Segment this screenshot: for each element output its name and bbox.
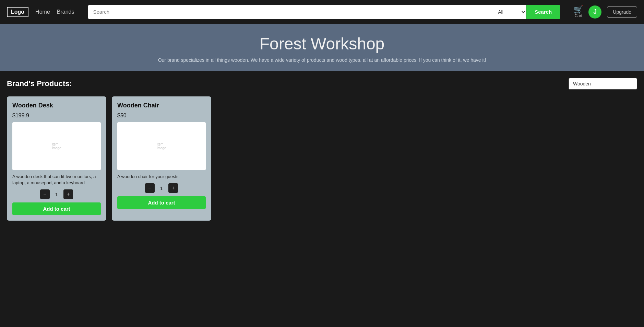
product-filter-input[interactable] <box>569 78 637 90</box>
brand-description: Our brand specializes in all things wood… <box>7 57 637 63</box>
product-price: $50 <box>117 113 206 119</box>
quantity-value: 1 <box>53 191 60 197</box>
product-name: Wooden Chair <box>117 102 206 109</box>
product-price: $199.9 <box>12 113 101 119</box>
product-image-label: ItemImage <box>157 142 166 150</box>
search-button[interactable]: Search <box>526 5 560 19</box>
quantity-increase-button[interactable]: + <box>63 189 73 199</box>
search-input[interactable] <box>88 5 493 19</box>
avatar[interactable]: J <box>588 5 601 19</box>
cart-icon: 🛒 <box>574 6 583 13</box>
search-category-select[interactable]: All Products Brands <box>493 5 526 19</box>
upgrade-button[interactable]: Upgrade <box>607 7 637 17</box>
product-name: Wooden Desk <box>12 102 101 109</box>
quantity-row: − 1 + <box>117 183 206 193</box>
nav-right: 🛒 Cart J Upgrade <box>574 5 637 19</box>
product-card: Wooden Desk $199.9 ItemImage A wooden de… <box>7 96 106 221</box>
search-bar: All Products Brands Search <box>88 5 560 19</box>
quantity-decrease-button[interactable]: − <box>145 183 155 193</box>
brand-header: Forest Workshop Our brand specializes in… <box>0 24 644 71</box>
product-image: ItemImage <box>12 122 101 170</box>
brand-title: Forest Workshop <box>7 34 637 53</box>
products-section: Brand's Products: Wooden Desk $199.9 Ite… <box>0 71 644 227</box>
product-image: ItemImage <box>117 122 206 170</box>
add-to-cart-button[interactable]: Add to cart <box>12 202 101 215</box>
quantity-decrease-button[interactable]: − <box>40 189 50 199</box>
cart-button[interactable]: 🛒 Cart <box>574 6 583 18</box>
nav-home[interactable]: Home <box>35 9 50 15</box>
add-to-cart-button[interactable]: Add to cart <box>117 196 206 209</box>
product-description: A wooden chair for your guests. <box>117 174 206 180</box>
quantity-value: 1 <box>158 185 165 191</box>
products-header: Brand's Products: <box>7 78 637 90</box>
quantity-increase-button[interactable]: + <box>168 183 178 193</box>
product-card: Wooden Chair $50 ItemImage A wooden chai… <box>112 96 211 221</box>
products-grid: Wooden Desk $199.9 ItemImage A wooden de… <box>7 96 637 221</box>
nav-brands[interactable]: Brands <box>57 9 74 15</box>
product-description: A wooden desk that can fit two monitors,… <box>12 174 101 186</box>
quantity-row: − 1 + <box>12 189 101 199</box>
navbar: Logo Home Brands All Products Brands Sea… <box>0 0 644 24</box>
products-section-title: Brand's Products: <box>7 79 72 88</box>
logo[interactable]: Logo <box>7 7 28 17</box>
cart-label: Cart <box>574 13 582 18</box>
product-image-label: ItemImage <box>52 142 61 150</box>
